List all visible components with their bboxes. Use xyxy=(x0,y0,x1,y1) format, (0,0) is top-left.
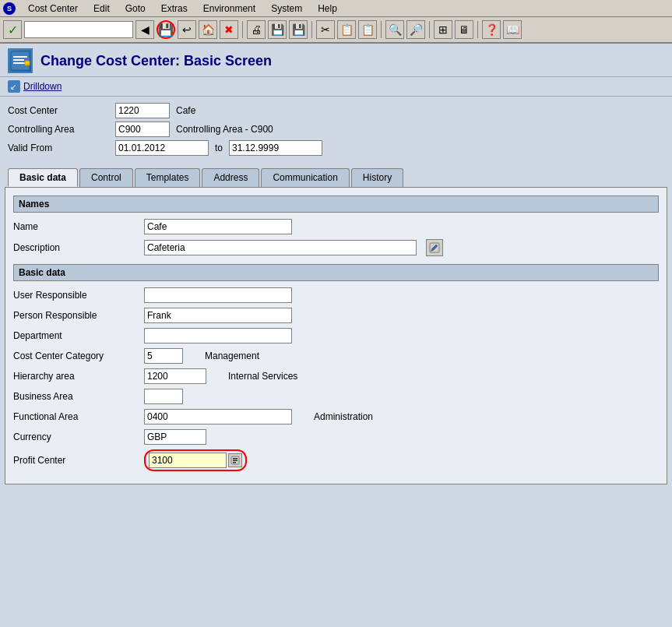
tabs-container: Basic data Control Templates Address Com… xyxy=(0,165,672,187)
menu-help[interactable]: Help xyxy=(315,2,340,15)
controlling-area-row: Controlling Area Controlling Area - C900 xyxy=(8,122,664,137)
settings-button[interactable]: 📖 xyxy=(503,20,522,39)
paste-button[interactable]: 📋 xyxy=(358,20,377,39)
hierarchy-area-input[interactable] xyxy=(144,368,206,384)
controlling-area-input[interactable] xyxy=(115,122,170,137)
menu-environment[interactable]: Environment xyxy=(200,2,259,15)
tab-address[interactable]: Address xyxy=(202,168,259,187)
back-button[interactable]: ◀ xyxy=(135,20,154,39)
menu-system[interactable]: System xyxy=(268,2,305,15)
separator-2 xyxy=(311,21,312,38)
controlling-area-label: Controlling Area xyxy=(8,124,109,135)
grid-button[interactable]: ⊞ xyxy=(434,20,452,39)
find-next-button[interactable]: 🔎 xyxy=(406,20,425,39)
department-label: Department xyxy=(13,330,138,341)
controlling-area-text: Controlling Area - C900 xyxy=(176,124,273,135)
home-button[interactable]: 🏠 xyxy=(199,20,217,39)
screen-button[interactable]: 🖥 xyxy=(455,20,473,39)
person-responsible-label: Person Responsible xyxy=(13,310,138,321)
cost-center-label: Cost Center xyxy=(8,105,109,116)
person-responsible-input[interactable] xyxy=(144,308,292,323)
page-header: ✎ Change Cost Center: Basic Screen xyxy=(0,44,672,77)
menu-cost-center[interactable]: Cost Center xyxy=(25,2,81,15)
save-button[interactable]: 💾 xyxy=(157,20,175,39)
valid-to-input[interactable] xyxy=(229,140,322,156)
save3-button[interactable]: 💾 xyxy=(289,20,308,39)
functional-area-text: Administration xyxy=(314,411,373,422)
valid-from-label: Valid From xyxy=(8,143,109,153)
save2-button[interactable]: 💾 xyxy=(268,20,287,39)
valid-from-input[interactable] xyxy=(115,140,209,156)
separator-5 xyxy=(477,21,478,38)
check-button[interactable]: ✓ xyxy=(3,20,22,39)
name-row: Name xyxy=(13,219,659,234)
copy-button[interactable]: 📋 xyxy=(337,20,356,39)
cost-center-category-row: Cost Center Category Management xyxy=(13,348,659,364)
functional-area-input[interactable] xyxy=(144,409,292,424)
svg-text:✎: ✎ xyxy=(26,62,30,67)
page-header-icon: ✎ xyxy=(8,48,33,73)
functional-area-label: Functional Area xyxy=(13,411,138,422)
user-responsible-input[interactable] xyxy=(144,287,292,303)
svg-rect-1 xyxy=(13,56,27,58)
tab-communication[interactable]: Communication xyxy=(261,168,349,187)
profit-center-wrapper xyxy=(144,449,247,471)
tab-basic-data[interactable]: Basic data xyxy=(8,168,78,187)
svg-rect-11 xyxy=(233,460,237,462)
person-responsible-row: Person Responsible xyxy=(13,308,659,323)
department-row: Department xyxy=(13,328,659,343)
svg-rect-2 xyxy=(13,59,24,61)
description-row: Description xyxy=(13,239,659,256)
drilldown-label[interactable]: Drilldown xyxy=(23,81,62,92)
currency-input[interactable] xyxy=(144,429,206,445)
tab-templates[interactable]: Templates xyxy=(135,168,201,187)
profit-center-input[interactable] xyxy=(149,453,227,468)
tab-control[interactable]: Control xyxy=(79,168,133,187)
to-label: to xyxy=(215,143,223,153)
cost-center-category-label: Cost Center Category xyxy=(13,350,138,361)
svg-text:↙: ↙ xyxy=(10,83,16,91)
cost-center-category-text: Management xyxy=(205,350,259,361)
user-responsible-row: User Responsible xyxy=(13,287,659,303)
department-input[interactable] xyxy=(144,328,292,343)
description-input[interactable] xyxy=(144,240,417,255)
name-input[interactable] xyxy=(144,219,292,234)
sap-logo[interactable]: S xyxy=(3,2,16,15)
cancel-button[interactable]: ✖ xyxy=(220,20,238,39)
cut-button[interactable]: ✂ xyxy=(316,20,335,39)
currency-row: Currency xyxy=(13,429,659,445)
cost-center-row: Cost Center Cafe xyxy=(8,103,664,118)
profit-center-lookup-button[interactable] xyxy=(228,453,242,467)
svg-rect-3 xyxy=(13,62,26,64)
menu-goto[interactable]: Goto xyxy=(122,2,149,15)
menu-edit[interactable]: Edit xyxy=(90,2,113,15)
undo-button[interactable]: ↩ xyxy=(178,20,196,39)
description-edit-button[interactable] xyxy=(426,239,443,256)
svg-rect-10 xyxy=(233,458,237,460)
svg-rect-12 xyxy=(233,462,236,463)
form-area: Cost Center Cafe Controlling Area Contro… xyxy=(0,97,672,165)
hierarchy-area-label: Hierarchy area xyxy=(13,371,138,382)
basic-data-section-header: Basic data xyxy=(13,264,659,281)
hierarchy-area-row: Hierarchy area Internal Services xyxy=(13,368,659,384)
name-label: Name xyxy=(13,221,138,232)
separator-1 xyxy=(242,21,243,38)
business-area-input[interactable] xyxy=(144,389,183,404)
valid-from-row: Valid From to xyxy=(8,140,664,156)
print-button[interactable]: 🖨 xyxy=(247,20,266,39)
business-area-label: Business Area xyxy=(13,391,138,402)
profit-center-row: Profit Center xyxy=(13,449,659,471)
tab-history[interactable]: History xyxy=(351,168,403,187)
page-title: Change Cost Center: Basic Screen xyxy=(40,53,272,69)
command-input[interactable] xyxy=(24,21,133,38)
find-button[interactable]: 🔍 xyxy=(385,20,404,39)
cost-center-category-input[interactable] xyxy=(144,348,183,364)
cost-center-input[interactable] xyxy=(115,103,170,118)
main-panel: Names Name Description Basic data User R… xyxy=(5,187,667,484)
menu-extras[interactable]: Extras xyxy=(158,2,191,15)
toolbar: ✓ ◀ 💾 ↩ 🏠 ✖ 🖨 💾 💾 ✂ 📋 📋 🔍 🔎 ⊞ 🖥 ❓ 📖 xyxy=(0,17,672,44)
cost-center-text: Cafe xyxy=(176,105,195,116)
currency-label: Currency xyxy=(13,432,138,442)
functional-area-row: Functional Area Administration xyxy=(13,409,659,424)
help-button[interactable]: ❓ xyxy=(482,20,501,39)
